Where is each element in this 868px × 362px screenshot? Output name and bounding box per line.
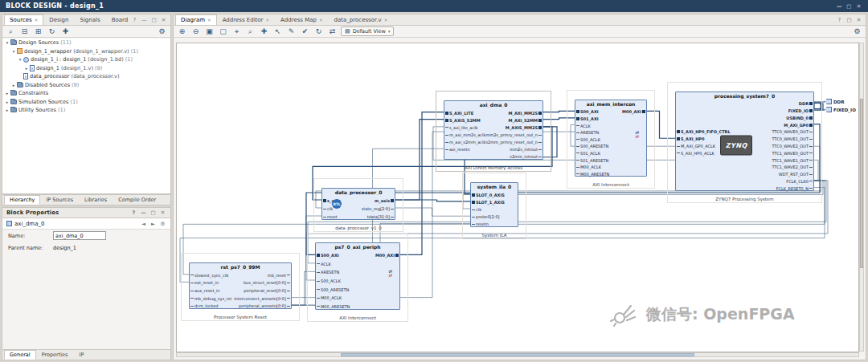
port-rst_ps7_0_99M-peripheral-aresetn-0-0[interactable]: peripheral_aresetn[0:0] xyxy=(239,303,290,308)
tree-item-design-1[interactable]: ▸design_1 (design_1.v) (9) xyxy=(2,64,170,73)
port-system_ila_0-slot-1-axis[interactable]: SLOT_1_AXIS xyxy=(472,200,505,205)
tab-hierarchy[interactable]: Hierarchy xyxy=(4,195,40,205)
port-processing_system7_0-m-axi-gp0[interactable]: M_AXI_GP0 xyxy=(784,123,813,128)
regenerate-layout-button[interactable]: ↻ xyxy=(313,26,324,37)
tab-diagram[interactable]: Diagram✕ xyxy=(175,14,217,25)
expand-all-button[interactable]: ⊞ xyxy=(33,26,43,37)
port-data_processor_0-tdata-31-0[interactable]: tdata[31:0] xyxy=(367,214,394,219)
close-icon[interactable]: ✕ xyxy=(207,18,211,22)
port-axi_dma_0-m-axi-mm2s[interactable]: M_AXI_MM2S xyxy=(508,111,542,116)
tab-signals[interactable]: Signals xyxy=(74,14,105,25)
port-axi_mem_intercon-m00-aclk[interactable]: M00_ACLK xyxy=(576,165,601,169)
close-icon[interactable]: ✕ xyxy=(266,18,270,22)
block-body-rst_ps7_0_99M[interactable]: rst_ps7_0_99Mslowest_sync_clkext_reset_i… xyxy=(189,262,292,309)
horizontal-scrollbar-thumb[interactable] xyxy=(341,353,695,356)
port-axi_dma_0-mm2s-prmry-reset-out-n[interactable]: mm2s_prmry_reset_out_n xyxy=(485,132,542,137)
port-axi_mem_intercon-s00-aclk[interactable]: S00_ACLK xyxy=(576,137,600,142)
block-body-axi_mem_intercon[interactable]: axi_mem_interconS00_AXIS01_AXIACLKARESET… xyxy=(575,100,647,177)
port-ps7_0_axi_periph-m00-aresetn[interactable]: M00_ARESETN xyxy=(317,304,350,309)
tree-arrow-icon[interactable]: ▸ xyxy=(4,100,10,104)
help-icon[interactable]: ? xyxy=(836,17,843,23)
port-processing_system7_0-fixed-io[interactable]: FIXED_IO xyxy=(788,108,813,113)
validate-design-button[interactable]: ✔ xyxy=(300,26,310,37)
port-processing_system7_0-m-axi-gp0-aclk[interactable]: M_AXI_GP0_ACLK xyxy=(677,144,715,148)
port-data_processor_0-reset[interactable]: reset xyxy=(323,214,338,219)
close-icon[interactable]: ✕ xyxy=(384,18,388,22)
field-input-name[interactable] xyxy=(53,231,106,240)
port-processing_system7_0-s-axi-hp0[interactable]: S_AXI_HP0 xyxy=(677,136,705,141)
tree-item-utility-sources[interactable]: ▸Utility Sources (1) xyxy=(2,106,170,115)
port-ps7_0_axi_periph-aresetn[interactable]: ARESETN xyxy=(317,270,339,275)
tree-arrow-icon[interactable]: ▸ xyxy=(10,83,17,87)
tab-compile-order[interactable]: Compile Order xyxy=(113,195,162,205)
external-port-ddr[interactable]: DDR xyxy=(825,99,844,104)
port-axi_dma_0-mm2s-introut[interactable]: mm2s_introut xyxy=(510,147,542,152)
tab-ip-sources[interactable]: IP Sources xyxy=(40,195,79,205)
port-axi_dma_0-s-axi-lite[interactable]: S_AXI_LITE xyxy=(445,111,473,116)
port-axi_dma_0-m-axi-s2mm[interactable]: M_AXI_S2MM xyxy=(508,118,542,123)
port-axi_dma_0-s2mm-introut[interactable]: s2mm_introut xyxy=(510,154,542,159)
port-axi_dma_0-m-axi-s2mm-aclk[interactable]: m_axi_s2mm_aclk xyxy=(445,140,485,144)
minimize-icon[interactable]: — xyxy=(141,17,148,23)
port-axi_mem_intercon-aclk[interactable]: ACLK xyxy=(576,124,591,128)
block-body-ps7_0_axi_periph[interactable]: ps7_0_axi_periphS00_AXIACLKARESETNS00_AC… xyxy=(315,242,400,310)
port-axi_mem_intercon-s01-aresetn[interactable]: S01_ARESETN xyxy=(576,158,608,163)
zoom-fit-button[interactable]: ▣ xyxy=(204,26,215,37)
port-processing_system7_0-usbind-0[interactable]: USBIND_0 xyxy=(786,116,813,120)
tree-item-design-sources[interactable]: ▾Design Sources (11) xyxy=(2,39,170,47)
port-processing_system7_0-wdt-rst-out[interactable]: WDT_RST_OUT xyxy=(779,172,813,177)
port-rst_ps7_0_99M-interconnect-aresetn-0-0[interactable]: interconnect_aresetn[0:0] xyxy=(234,296,290,301)
block-body-data_processor_0[interactable]: data_processor_0s_axisclkresetm_axisstat… xyxy=(321,188,395,220)
port-processing_system7_0-ttc0-wave0-out[interactable]: TTC0_WAVE0_OUT xyxy=(772,129,813,134)
horizontal-scrollbar[interactable] xyxy=(176,352,859,357)
tab-general[interactable]: General xyxy=(4,350,36,360)
port-axi_mem_intercon-m00-axi[interactable]: M00_AXI xyxy=(622,109,645,114)
tree-item-simulation-sources[interactable]: ▸Simulation Sources (1) xyxy=(2,98,170,107)
close-icon[interactable]: ✕ xyxy=(855,3,862,10)
pointer-button[interactable]: ⌖ xyxy=(231,26,242,37)
close-icon[interactable]: ✕ xyxy=(35,18,39,22)
float-icon[interactable]: ▢ xyxy=(149,209,157,216)
port-processing_system7_0-ttc0-wave2-out[interactable]: TTC0_WAVE2_OUT xyxy=(772,144,813,148)
block-body-axi_dma_0[interactable]: axi_dma_0S_AXI_LITES_AXIS_S2MMs_axi_lite… xyxy=(444,100,543,160)
make-external-button[interactable]: ↖ xyxy=(272,26,283,37)
port-processing_system7_0-s-axi-hp0-aclk[interactable]: S_AXI_HP0_ACLK xyxy=(677,151,714,156)
add-ip-button[interactable]: ✚ xyxy=(259,26,269,37)
tree-item-design-1-i-design-1[interactable]: ▾design_1_i : design_1 (design_1.bd) (1) xyxy=(2,55,170,64)
vertical-scrollbar[interactable] xyxy=(859,43,864,352)
add-sources-button[interactable]: ✚ xyxy=(60,26,71,37)
port-data_processor_0-state-reg-2-0[interactable]: state_reg[2:0] xyxy=(362,206,394,211)
collapse-all-button[interactable]: ⊟ xyxy=(19,26,30,37)
zoom-to-selection-button[interactable]: ▢ xyxy=(218,26,228,37)
tree-item-data-processor[interactable]: data_processor (data_processor.v) xyxy=(2,72,170,81)
tab-address-map[interactable]: Address Map✕ xyxy=(275,14,328,25)
port-axi_dma_0-m-axi-mm2s-aclk[interactable]: m_axi_mm2s_aclk xyxy=(445,132,485,137)
port-axi_dma_0-axi-resetn[interactable]: axi_resetn xyxy=(445,147,470,152)
close-icon[interactable]: ✕ xyxy=(319,18,323,22)
help-icon[interactable]: ? xyxy=(130,209,137,216)
port-ps7_0_axi_periph-m00-axi[interactable]: M00_AXI xyxy=(375,253,399,258)
port-processing_system7_0-ttc1-wave0-out[interactable]: TTC1_WAVE0_OUT xyxy=(772,151,813,156)
port-axi_dma_0-s2mm-prmry-reset-out-n[interactable]: s2mm_prmry_reset_out_n xyxy=(485,140,542,144)
search-button[interactable]: ⌕ xyxy=(245,26,256,37)
tree-item-design-1-wrapper[interactable]: ▾design_1_wrapper (design_1_wrapper.v) (… xyxy=(2,47,170,56)
port-axi_dma_0-m-axis-mm2s[interactable]: M_AXIS_MM2S xyxy=(506,125,542,130)
minimize-icon[interactable]: — xyxy=(836,3,843,10)
search-button[interactable]: ⌕ xyxy=(6,26,16,37)
settings-icon[interactable]: ⚙ xyxy=(852,26,862,37)
port-rst_ps7_0_99M-ext-reset-in[interactable]: ext_reset_in xyxy=(190,280,219,285)
tab-data-processor-v[interactable]: data_processor.v✕ xyxy=(329,14,394,25)
port-rst_ps7_0_99M-bus-struct-reset-0-0[interactable]: bus_struct_reset[0:0] xyxy=(244,280,290,285)
port-processing_system7_0-fclk-clk0[interactable]: FCLK_CLK0 xyxy=(786,179,813,184)
float-icon[interactable]: ▢ xyxy=(150,17,158,23)
port-axi_dma_0-s-axi-lite-aclk[interactable]: s_axi_lite_aclk xyxy=(445,125,477,130)
tab-address-editor[interactable]: Address Editor✕ xyxy=(217,14,275,25)
settings-icon[interactable]: ⚙ xyxy=(159,221,166,227)
help-icon[interactable]: ? xyxy=(131,17,138,23)
vertical-scrollbar-thumb[interactable] xyxy=(860,99,863,268)
port-data_processor_0-m-axis[interactable]: m_axis xyxy=(375,198,394,203)
prev-icon[interactable]: ◄ xyxy=(140,221,147,227)
port-axi_mem_intercon-s00-axi[interactable]: S00_AXI xyxy=(576,109,599,114)
port-rst_ps7_0_99M-mb-debug-sys-rst[interactable]: mb_debug_sys_rst xyxy=(190,296,231,301)
next-icon[interactable]: ► xyxy=(149,221,157,227)
